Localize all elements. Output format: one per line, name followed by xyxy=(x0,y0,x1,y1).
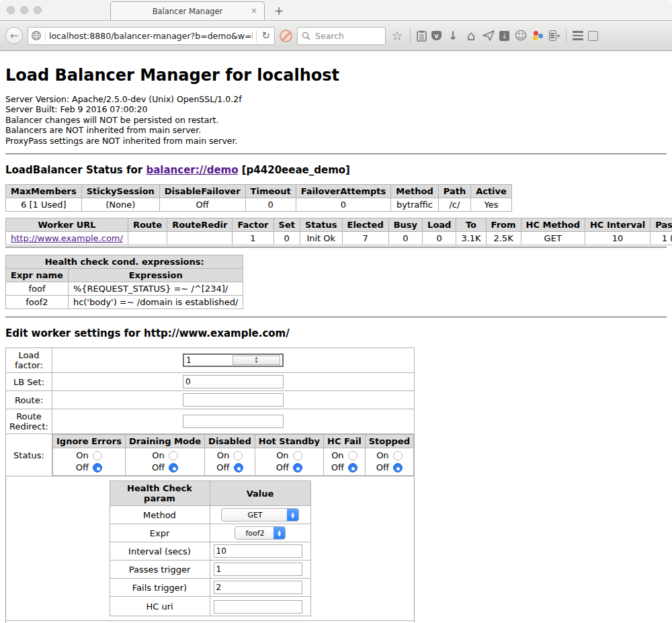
container-extension-button[interactable]: ▾ xyxy=(549,30,560,41)
urlbar-separator xyxy=(256,30,257,42)
col-worker-url: Worker URL xyxy=(6,218,128,232)
cell-busy: 0 xyxy=(388,232,422,245)
cell-expr-name: foof2 xyxy=(6,296,69,309)
load-factor-input[interactable]: 1 ▲ ▼ xyxy=(183,354,284,367)
section-divider xyxy=(5,247,667,248)
col-route: Route xyxy=(128,218,167,232)
number-spinner[interactable]: ▲ ▼ xyxy=(233,356,280,365)
col-stickysession: StickySession xyxy=(81,185,159,198)
col-passes: Passes xyxy=(650,218,672,232)
cell-failoverattempts: 0 xyxy=(296,198,391,212)
colored-dots-extension-icon[interactable] xyxy=(532,30,544,41)
health-check-expressions-table: Health check cond. expressions: Expr nam… xyxy=(5,255,243,309)
menu-icon[interactable] xyxy=(573,31,583,40)
route-redirect-label: Route Redirect: xyxy=(6,409,52,434)
navigation-toolbar: ← localhost:8880/balancer-manager?b=demo… xyxy=(0,21,672,51)
on-label: On xyxy=(331,450,343,462)
route-row: Route: xyxy=(6,391,415,409)
cell-timeout: 0 xyxy=(245,198,296,212)
col-expression: Expression xyxy=(68,269,243,282)
route-input[interactable] xyxy=(183,393,284,407)
spinner-down-icon[interactable]: ▼ xyxy=(255,360,258,364)
battery-extension-icon xyxy=(549,30,556,41)
bookmark-star-icon[interactable]: ☆ xyxy=(390,30,404,42)
disabled-on-radio[interactable] xyxy=(233,451,243,460)
col-routeredir: RouteRedir xyxy=(167,218,233,232)
balancer-status-table: MaxMembers StickySession DisableFailover… xyxy=(5,184,512,212)
hc-uri-input[interactable] xyxy=(214,600,302,614)
cell-method: bytraffic xyxy=(391,198,438,212)
downloads-icon[interactable]: ↓ xyxy=(446,30,460,42)
close-window-button[interactable] xyxy=(7,6,15,14)
reading-list-icon[interactable] xyxy=(417,30,427,42)
hot-standby-off-radio[interactable] xyxy=(293,463,302,472)
zoom-window-button[interactable] xyxy=(34,6,42,14)
pocket-icon[interactable]: v xyxy=(431,31,442,40)
col-load: Load xyxy=(423,218,456,232)
hot-standby-on-radio[interactable] xyxy=(293,451,302,460)
worker-url-link[interactable]: http://www.example.com/ xyxy=(11,233,123,243)
expr-row: foof2 hc('body') =~ /domain is establish… xyxy=(6,296,243,309)
ignore-errors-on-radio[interactable] xyxy=(93,451,102,460)
toolbar-separator xyxy=(566,28,566,43)
col-method: Method xyxy=(391,185,438,198)
minimize-window-button[interactable] xyxy=(20,6,28,14)
hc-passes-input[interactable]: 1 xyxy=(214,563,302,576)
ignore-errors-off-radio[interactable] xyxy=(93,463,102,472)
col-elected: Elected xyxy=(342,218,388,232)
cell-to: 3.1K xyxy=(456,232,486,245)
hc-uri-row: HC uri xyxy=(110,597,310,616)
globe-icon xyxy=(31,30,42,41)
hc-method-select[interactable]: GET ▲▼ xyxy=(221,508,299,522)
status-options-table: Ignore Errors Draining Mode Disabled Hot… xyxy=(52,434,414,476)
cell-status: Init Ok xyxy=(300,232,342,245)
blocker-extension-icon[interactable] xyxy=(280,30,292,42)
stopped-on-radio[interactable] xyxy=(393,451,403,460)
table-header-row: MaxMembers StickySession DisableFailover… xyxy=(6,185,512,198)
route-redirect-input[interactable] xyxy=(183,415,284,428)
draining-mode-on-radio[interactable] xyxy=(169,451,178,460)
hc-method-label: Method xyxy=(110,506,210,524)
col-draining-mode: Draining Mode xyxy=(125,435,204,448)
col-busy: Busy xyxy=(388,218,422,232)
url-text[interactable]: localhost:8880/balancer-manager?b=demo&w… xyxy=(49,31,253,41)
sidebar-doc-icon[interactable] xyxy=(588,31,598,41)
hc-uri-label: HC uri xyxy=(110,597,210,616)
reload-icon[interactable]: ↻ xyxy=(260,30,271,42)
forum-smiley-icon[interactable]: ☺ xyxy=(514,30,528,42)
heading-suffix: [p4420eeae_demo] xyxy=(239,164,350,176)
stopped-off-radio[interactable] xyxy=(393,463,403,472)
send-plane-icon[interactable] xyxy=(482,30,495,41)
status-label: Status: xyxy=(6,434,52,476)
cell-routeredir xyxy=(167,232,233,245)
disabled-off-radio[interactable] xyxy=(234,463,243,472)
col-to: To xyxy=(456,218,486,232)
urlbar-separator xyxy=(45,30,46,42)
back-button[interactable]: ← xyxy=(5,27,23,44)
tab-balancer-manager[interactable]: Balancer Manager × xyxy=(110,1,265,20)
hc-fail-on-radio[interactable] xyxy=(348,451,358,460)
hc-expr-select[interactable]: foof2 ▲▼ xyxy=(235,526,286,540)
balancer-link[interactable]: balancer://demo xyxy=(146,164,238,176)
on-label: On xyxy=(76,450,88,462)
home-icon[interactable]: ⌂ xyxy=(464,29,478,42)
tab-bar: Balancer Manager × + xyxy=(0,0,672,21)
edit-worker-form: Load factor: 1 ▲ ▼ LB Set: Route: xyxy=(5,347,415,623)
tab-close-icon[interactable]: × xyxy=(251,6,257,15)
url-bar[interactable]: localhost:8880/balancer-manager?b=demo&w… xyxy=(28,27,275,45)
col-stopped: Stopped xyxy=(365,435,413,448)
save-page-icon[interactable]: ↓ xyxy=(499,31,509,41)
route-label: Route: xyxy=(6,391,52,409)
new-tab-button[interactable]: + xyxy=(274,4,284,17)
search-bar[interactable] xyxy=(297,27,386,45)
hc-fails-input[interactable]: 2 xyxy=(214,581,302,594)
col-expr-name: Expr name xyxy=(6,269,69,282)
lb-set-input[interactable] xyxy=(183,375,284,388)
search-input[interactable] xyxy=(314,30,371,42)
hc-interval-input[interactable]: 10 xyxy=(214,544,302,558)
col-path: Path xyxy=(438,185,470,198)
col-maxmembers: MaxMembers xyxy=(6,185,82,198)
hc-fail-off-radio[interactable] xyxy=(348,463,358,472)
draining-mode-off-radio[interactable] xyxy=(169,463,178,472)
col-timeout: Timeout xyxy=(245,185,296,198)
